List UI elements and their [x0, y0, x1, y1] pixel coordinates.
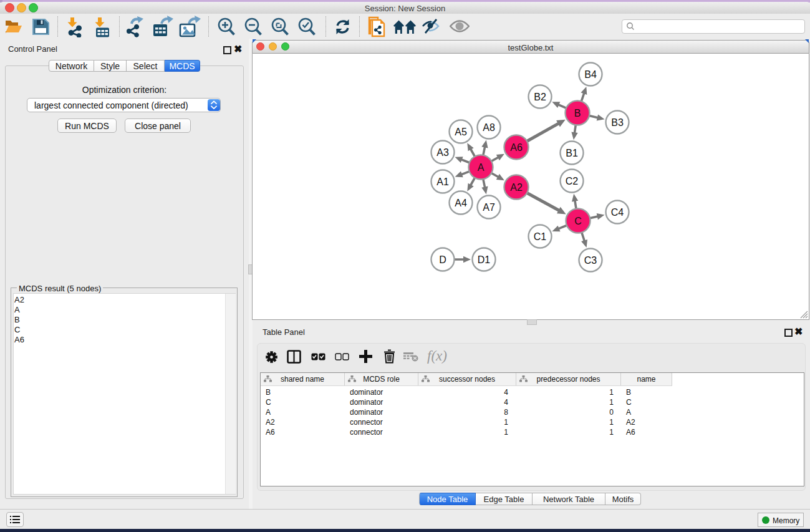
svg-text:A: A [478, 162, 485, 173]
svg-text:A5: A5 [455, 127, 467, 137]
svg-text:A2: A2 [510, 182, 523, 193]
svg-text:A7: A7 [483, 202, 495, 213]
svg-text:B: B [574, 108, 581, 118]
svg-text:B4: B4 [584, 69, 597, 80]
svg-text:B1: B1 [566, 148, 578, 158]
svg-text:B2: B2 [534, 92, 546, 102]
svg-text:D: D [439, 254, 446, 265]
svg-text:C: C [574, 216, 582, 226]
svg-text:A4: A4 [455, 198, 467, 208]
svg-text:C3: C3 [584, 255, 597, 266]
svg-text:B3: B3 [611, 117, 624, 128]
svg-text:A1: A1 [436, 177, 449, 187]
svg-text:A6: A6 [510, 142, 523, 153]
svg-text:C4: C4 [611, 207, 624, 218]
svg-text:C1: C1 [534, 231, 547, 242]
svg-text:A8: A8 [483, 122, 495, 133]
svg-text:C2: C2 [566, 176, 579, 186]
svg-text:D1: D1 [478, 254, 491, 265]
svg-text:A3: A3 [436, 147, 449, 158]
